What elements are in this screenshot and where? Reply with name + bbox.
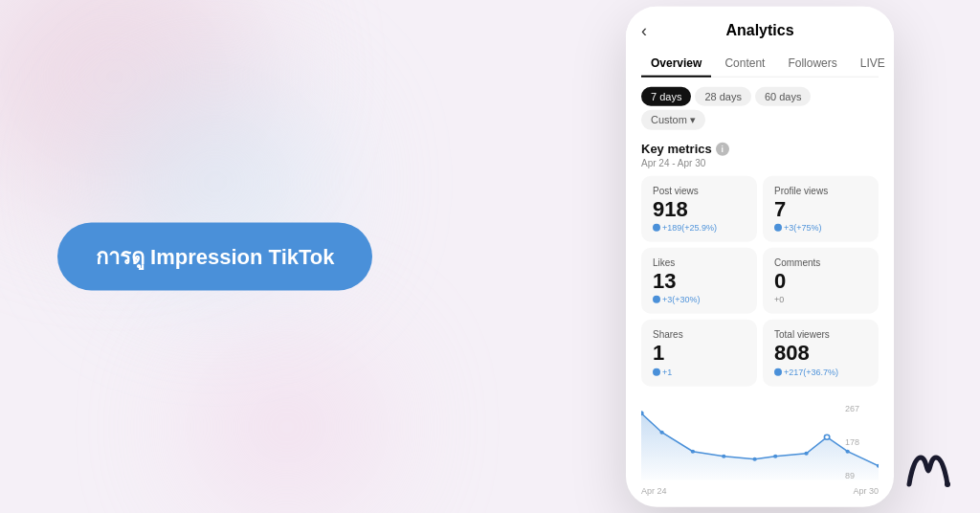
chart-x-labels: Apr 24 Apr 30	[641, 483, 879, 495]
change-dot	[653, 296, 660, 303]
change-value: +189(+25.9%)	[662, 223, 717, 233]
metric-comments: Comments 0 +0	[763, 248, 879, 314]
metric-profile-views-label: Profile views	[774, 186, 867, 196]
chart-y-labels: 267 178 89	[845, 403, 859, 480]
x-label-end: Apr 30	[853, 485, 879, 495]
metric-post-views-change: +189(+25.9%)	[653, 223, 746, 233]
svg-point-10	[945, 481, 950, 487]
svg-point-7	[824, 435, 829, 439]
back-button[interactable]: ‹	[641, 20, 647, 40]
change-value: +0	[774, 295, 784, 304]
metric-post-views-label: Post views	[653, 186, 746, 196]
phone-nav-top: ‹ Analytics	[641, 22, 879, 39]
tab-followers[interactable]: Followers	[778, 51, 846, 78]
metric-profile-views-value: 7	[774, 198, 867, 221]
svg-point-6	[804, 451, 808, 455]
chart-area: 267 178 89	[626, 403, 894, 506]
y-label-mid: 178	[845, 436, 859, 446]
key-metrics-label: Key metrics	[641, 142, 712, 156]
svg-point-1	[659, 430, 663, 434]
svg-point-2	[691, 449, 695, 453]
x-label-start: Apr 24	[641, 485, 667, 495]
metric-post-views-value: 918	[653, 198, 746, 221]
tab-live[interactable]: LIVE	[851, 51, 894, 78]
metric-comments-value: 0	[774, 270, 867, 293]
metric-likes-value: 13	[653, 270, 746, 293]
phone-header: ‹ Analytics Overview Content Followers L…	[626, 7, 894, 130]
metric-shares-label: Shares	[653, 329, 746, 340]
metric-profile-views-change: +3(+75%)	[774, 223, 867, 233]
y-label-high: 267	[845, 403, 859, 413]
tab-overview[interactable]: Overview	[641, 51, 711, 78]
metric-shares-change: +1	[653, 367, 746, 376]
metric-shares-value: 1	[653, 342, 746, 365]
change-dot	[653, 224, 660, 232]
period-bar: 7 days 28 days 60 days Custom ▾	[641, 87, 879, 130]
metric-profile-views: Profile views 7 +3(+75%)	[763, 176, 879, 242]
logo-mark	[905, 450, 951, 494]
metric-total-viewers: Total viewers 808 +217(+36.7%)	[763, 320, 879, 386]
hero-section: การดู Impression TikTok	[57, 223, 372, 291]
change-value: +3(+75%)	[784, 223, 822, 233]
metric-comments-label: Comments	[774, 257, 867, 268]
period-28days[interactable]: 28 days	[695, 87, 751, 106]
analytics-title: Analytics	[725, 22, 793, 39]
metric-total-viewers-change: +217(+36.7%)	[774, 367, 867, 376]
period-60days[interactable]: 60 days	[755, 87, 812, 106]
bg-blob-3	[191, 341, 383, 513]
period-7days[interactable]: 7 days	[641, 87, 691, 106]
period-custom[interactable]: Custom ▾	[641, 110, 705, 130]
tab-content[interactable]: Content	[715, 51, 774, 78]
phone-container: ‹ Analytics Overview Content Followers L…	[616, 7, 903, 507]
chart-svg	[641, 403, 879, 480]
info-icon: i	[716, 142, 729, 155]
metric-post-views: Post views 918 +189(+25.9%)	[641, 176, 757, 242]
metric-likes-change: +3(+30%)	[653, 295, 746, 304]
hero-button[interactable]: การดู Impression TikTok	[57, 223, 372, 291]
key-metrics-title: Key metrics i	[641, 142, 879, 156]
date-range: Apr 24 - Apr 30	[641, 158, 879, 168]
metric-likes: Likes 13 +3(+30%)	[641, 248, 757, 314]
metric-total-viewers-value: 808	[774, 342, 867, 365]
metric-shares: Shares 1 +1	[641, 320, 757, 386]
metric-comments-change: +0	[774, 295, 867, 304]
svg-point-4	[752, 457, 756, 460]
metric-likes-label: Likes	[653, 257, 746, 268]
key-metrics: Key metrics i Apr 24 - Apr 30 Post views…	[626, 142, 894, 404]
change-value: +3(+30%)	[662, 295, 701, 304]
change-dot	[653, 368, 660, 375]
metrics-grid: Post views 918 +189(+25.9%) Profile view…	[641, 176, 879, 387]
phone-mockup: ‹ Analytics Overview Content Followers L…	[626, 7, 894, 507]
svg-point-5	[773, 454, 777, 457]
change-dot	[774, 224, 782, 232]
change-dot	[774, 368, 782, 375]
change-value: +217(+36.7%)	[784, 367, 838, 376]
change-value: +1	[662, 367, 672, 376]
tab-bar: Overview Content Followers LIVE	[641, 51, 879, 78]
svg-point-3	[722, 454, 725, 457]
y-label-low: 89	[845, 470, 859, 480]
metric-total-viewers-label: Total viewers	[774, 329, 867, 340]
